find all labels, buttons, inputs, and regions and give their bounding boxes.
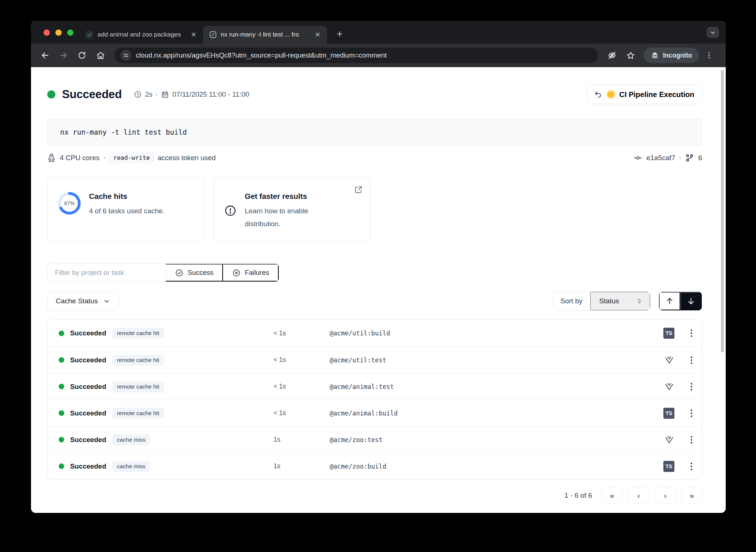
sort-by-label: Sort by [553,292,590,310]
close-window-button[interactable] [44,30,50,36]
branch-count[interactable]: 6 [698,154,702,162]
row-menu-icon[interactable] [691,410,692,417]
scrollbar[interactable] [721,70,724,352]
row-menu-icon[interactable] [691,383,692,390]
reload-button[interactable] [74,47,90,63]
task-table: Succeeded remote cache hit < 1s @acme/ut… [47,320,702,480]
task-name[interactable]: @acme/zoo:build [330,463,652,470]
back-button[interactable] [37,47,53,63]
table-row[interactable]: Succeeded cache miss 1s @acme/zoo:test T… [48,426,702,453]
cache-hits-card: 67% Cache hits 4 of 6 tasks used cache. [47,177,205,242]
tab-label: nx run-many -t lint test ... fro [221,31,310,38]
incognito-icon [650,51,659,60]
table-row[interactable]: Succeeded remote cache hit < 1s @acme/ut… [48,346,702,373]
typescript-icon: TS [663,328,674,339]
minimize-window-button[interactable] [55,30,62,36]
circle-x-icon [232,269,241,277]
sort-ascending-button[interactable] [659,292,680,310]
commit-hash[interactable]: e1a5caf7 [646,154,675,162]
dot-separator [156,94,158,96]
sort-descending-button[interactable] [680,292,702,310]
forward-button[interactable] [55,47,72,63]
task-name[interactable]: @acme/util:test [330,356,652,364]
sort-field-value: Status [599,297,619,305]
arrow-down-icon [687,297,695,306]
distribution-card-subtitle: Learn how to enable distribution. [245,204,330,230]
task-name[interactable]: @acme/animal:build [330,410,652,417]
ci-pipeline-execution-button[interactable]: CI Pipeline Execution [587,85,702,104]
task-status-label: Succeeded [70,462,106,470]
maximize-window-button[interactable] [67,30,73,36]
home-button[interactable] [92,47,109,63]
sort-field-select[interactable]: Status [590,292,650,310]
success-filter-button[interactable]: Success [166,264,223,282]
cache-card-subtitle: 4 of 6 tasks used cache. [89,204,165,217]
success-filter-label: Success [188,269,213,277]
cache-status-badge: remote cache hit [112,355,164,366]
previous-page-button[interactable]: ‹ [628,487,649,504]
incognito-badge[interactable]: Incognito [644,48,699,63]
tab-pull-request[interactable]: add animal and zoo packages ✕ [79,26,203,44]
task-status-dot [59,463,64,469]
pagination: 1 - 6 of 6 « ‹ › » [47,487,702,504]
external-link-icon[interactable] [354,185,363,194]
calendar-icon [161,90,169,99]
task-duration: < 1s [274,356,330,364]
table-row[interactable]: Succeeded remote cache hit < 1s @acme/an… [48,400,702,426]
eye-off-icon[interactable] [604,47,620,63]
nx-cloud-icon [209,31,217,39]
table-row[interactable]: Succeeded remote cache hit < 1s @acme/ut… [48,320,702,346]
cache-percent-label: 67% [58,192,81,215]
access-token-type: read-write [110,153,154,163]
tab-close-icon[interactable]: ✕ [189,31,198,39]
pr-check-icon [85,30,94,39]
command-text: nx run-many -t lint test build [60,128,187,136]
distribution-card[interactable]: Get faster results Learn how to enable d… [213,177,371,242]
next-page-button[interactable]: › [655,487,676,504]
table-row[interactable]: Succeeded remote cache hit < 1s @acme/an… [48,373,702,400]
row-menu-icon[interactable] [691,436,692,444]
task-status-dot [59,331,64,336]
task-name[interactable]: @acme/util:build [330,330,652,337]
row-menu-icon[interactable] [691,356,692,364]
bookmark-star-icon[interactable] [622,47,639,63]
cache-donut: 67% [58,192,81,215]
access-token-suffix: access token used [158,154,216,162]
failures-filter-button[interactable]: Failures [223,264,279,282]
new-tab-button[interactable]: + [334,28,346,40]
chevron-down-icon [103,297,110,305]
task-duration: < 1s [274,409,330,417]
tab-search-chevron-button[interactable] [707,27,719,38]
row-menu-icon[interactable] [691,463,692,470]
row-menu-icon[interactable] [691,330,692,337]
incognito-label: Incognito [663,52,692,59]
cache-status-dropdown[interactable]: Cache Status [47,291,119,311]
vitest-icon [664,382,674,392]
cache-status-badge: cache miss [112,434,151,445]
site-settings-icon[interactable] [120,50,131,61]
clock-icon [134,90,142,99]
table-row[interactable]: Succeeded cache miss 1s @acme/zoo:build … [48,453,702,479]
failures-filter-label: Failures [245,269,269,277]
tab-close-icon[interactable]: ✕ [313,31,322,39]
last-page-button[interactable]: » [681,487,702,504]
cache-status-badge: cache miss [112,461,151,472]
filter-bar: Success Failures [47,263,279,282]
address-bar[interactable]: cloud.nx.app/runs/agsvEHsQc8?utm_source=… [114,48,598,63]
cache-card-title: Cache hits [89,192,165,201]
task-duration: < 1s [274,330,330,337]
git-branch-icon [685,153,694,162]
typescript-icon: TS [663,408,674,419]
browser-menu-icon[interactable] [701,47,717,63]
page-title: Succeeded [62,88,122,101]
task-status-dot [59,384,64,389]
tab-nx-run[interactable]: nx run-many -t lint test ... fro ✕ [203,26,327,44]
circle-check-icon [175,269,183,277]
task-name[interactable]: @acme/animal:test [330,383,652,390]
task-name[interactable]: @acme/zoo:test [330,436,652,444]
first-page-button[interactable]: « [602,487,622,504]
vitest-icon [664,435,674,445]
run-duration: 2s [145,90,152,99]
filter-input[interactable] [48,264,166,282]
task-status-label: Succeeded [70,356,106,364]
